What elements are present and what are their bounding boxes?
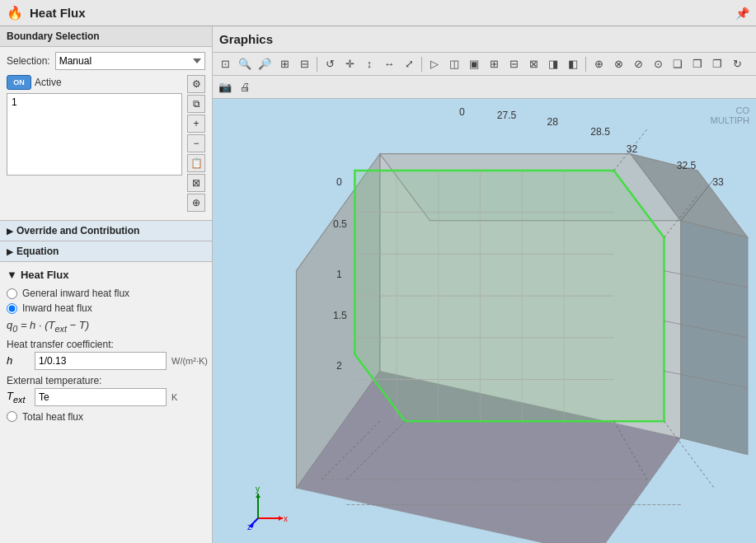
svg-marker-48 <box>279 516 283 521</box>
vis8-button[interactable]: ↻ <box>728 55 746 73</box>
render2-button[interactable]: ◫ <box>445 55 463 73</box>
boundary-selection-header[interactable]: Boundary Selection <box>0 26 212 47</box>
render8-button[interactable]: ◧ <box>564 55 582 73</box>
h-symbol: h <box>7 354 30 367</box>
svg-text:28.5: 28.5 <box>590 126 610 138</box>
svg-text:27.5: 27.5 <box>497 110 517 121</box>
right-panel: Graphics ⊡ 🔍 🔎 ⊞ ⊟ ↺ ✛ ↕ ↔ ⤢ ▷ ◫ ▣ ⊞ ⊟ ⊠… <box>213 26 756 543</box>
vis4-button[interactable]: ⊙ <box>649 55 667 73</box>
boundary-content: Selection: Manual All boundaries Exterio… <box>0 47 212 220</box>
remove-button[interactable]: − <box>187 134 205 152</box>
boundary-selection-label: Boundary Selection <box>7 30 100 42</box>
vis2-button[interactable]: ⊗ <box>609 55 627 73</box>
toolbar-row-1: ⊡ 🔍 🔎 ⊞ ⊟ ↺ ✛ ↕ ↔ ⤢ ▷ ◫ ▣ ⊞ ⊟ ⊠ ◨ ◧ ⊕ ⊗ … <box>213 53 756 76</box>
svg-text:32.5: 32.5 <box>677 160 697 171</box>
toolbar-row-2: 📷 🖨 <box>213 76 756 99</box>
add-circle-button[interactable]: ⊕ <box>187 194 205 212</box>
svg-text:2: 2 <box>336 360 342 372</box>
svg-text:1.5: 1.5 <box>333 310 347 321</box>
text-label: External temperature: <box>7 375 205 386</box>
override-caret: ▶ <box>7 227 13 236</box>
zoom-extent-button[interactable]: ⊡ <box>216 55 234 73</box>
flame-icon: 🔥 <box>7 5 23 21</box>
text-input[interactable] <box>35 388 167 406</box>
vis1-button[interactable]: ⊕ <box>589 55 608 73</box>
svg-text:0: 0 <box>459 106 465 118</box>
svg-marker-49 <box>256 494 261 498</box>
sep2 <box>421 57 422 72</box>
selection-label: Selection: <box>7 55 50 67</box>
add-button[interactable]: + <box>187 115 205 133</box>
svg-text:32: 32 <box>627 143 638 155</box>
panel-title: Heat Flux <box>30 6 86 20</box>
list-item: 1 <box>9 96 180 109</box>
graphics-viewport[interactable]: 32 32.5 33 28.5 28 27.5 0 0 0.5 1 1.5 2 <box>213 99 756 543</box>
equation-caret: ▶ <box>7 247 13 256</box>
sep3 <box>585 57 586 72</box>
render5-button[interactable]: ⊟ <box>505 55 523 73</box>
h-input[interactable] <box>35 352 167 370</box>
active-list-container: ON Active 1 <box>7 75 182 212</box>
print-button[interactable]: 🖨 <box>236 78 254 96</box>
vis3-button[interactable]: ⊘ <box>629 55 647 73</box>
render6-button[interactable]: ⊠ <box>524 55 542 73</box>
main-layout: Boundary Selection Selection: Manual All… <box>0 26 756 543</box>
side-buttons: ⚙ ⧉ + − 📋 ⊠ ⊕ <box>187 75 205 212</box>
svg-text:28: 28 <box>547 116 559 128</box>
general-heat-flux-row: General inward heat flux <box>7 288 205 299</box>
pin-icon[interactable]: 📌 <box>735 7 749 20</box>
render7-button[interactable]: ◨ <box>544 55 562 73</box>
override-label: Override and Contribution <box>16 225 139 236</box>
zoom-in-button[interactable]: 🔍 <box>236 55 254 73</box>
active-toggle: ON Active <box>7 75 182 90</box>
svg-text:0: 0 <box>336 176 342 188</box>
sep1 <box>317 57 317 72</box>
select-button[interactable]: ↕ <box>360 55 378 73</box>
rotate-button[interactable]: ↺ <box>321 55 339 73</box>
inward-heat-flux-radio[interactable] <box>7 303 17 314</box>
clear-button[interactable]: ⊠ <box>187 174 205 192</box>
h-unit: W/(m²·K) <box>171 356 213 366</box>
equation-section: ▶ Equation <box>0 241 212 261</box>
selection-dropdown[interactable]: Manual All boundaries Exterior boundarie… <box>55 52 205 70</box>
inward-heat-flux-label[interactable]: Inward heat flux <box>22 302 92 314</box>
graphics-header: Graphics <box>213 26 756 53</box>
zoom-fit-button[interactable]: ⊟ <box>295 55 313 73</box>
h-row: h W/(m²·K) <box>7 352 205 370</box>
general-heat-flux-radio[interactable] <box>7 288 17 299</box>
general-heat-flux-label[interactable]: General inward heat flux <box>22 288 129 299</box>
left-panel: Boundary Selection Selection: Manual All… <box>0 26 213 543</box>
pan-button[interactable]: ✛ <box>340 55 359 73</box>
boundary-list[interactable]: 1 <box>7 93 182 176</box>
render3-button[interactable]: ▣ <box>465 55 483 73</box>
toggle-on-button[interactable]: ON <box>7 75 31 90</box>
zoom-box-button[interactable]: ⊞ <box>275 55 293 73</box>
settings-button[interactable]: ⚙ <box>187 75 205 93</box>
h-label: Heat transfer coefficient: <box>7 339 205 350</box>
total-heat-flux-radio[interactable] <box>7 411 17 422</box>
resize-button[interactable]: ⤢ <box>400 55 418 73</box>
camera-button[interactable]: 📷 <box>216 78 234 96</box>
vis5-button[interactable]: ❑ <box>669 55 687 73</box>
vis7-button[interactable]: ❐ <box>708 55 726 73</box>
arrow-button[interactable]: ↔ <box>380 55 398 73</box>
svg-text:y: y <box>256 485 260 494</box>
heat-flux-section: ▼ Heat Flux General inward heat flux Inw… <box>0 261 212 433</box>
zoom-out-button[interactable]: 🔎 <box>256 55 274 73</box>
selection-row: Selection: Manual All boundaries Exterio… <box>7 52 205 70</box>
paste-button[interactable]: 📋 <box>187 154 205 172</box>
text-symbol: Text <box>7 390 30 405</box>
render1-button[interactable]: ▷ <box>425 55 444 73</box>
svg-text:x: x <box>284 514 288 523</box>
render4-button[interactable]: ⊞ <box>485 55 503 73</box>
total-heat-flux-label[interactable]: Total heat flux <box>22 411 83 423</box>
copy-button[interactable]: ⧉ <box>187 95 205 113</box>
axes-svg: x y z <box>246 485 291 531</box>
formula-text: q0 = h · (Text − T) <box>7 319 89 331</box>
text-row: Text K <box>7 388 205 406</box>
override-header[interactable]: ▶ Override and Contribution <box>0 221 212 241</box>
vis6-button[interactable]: ❒ <box>688 55 707 73</box>
equation-header[interactable]: ▶ Equation <box>0 241 212 261</box>
graphics-title: Graphics <box>219 32 273 46</box>
formula-row: q0 = h · (Text − T) <box>7 319 205 334</box>
